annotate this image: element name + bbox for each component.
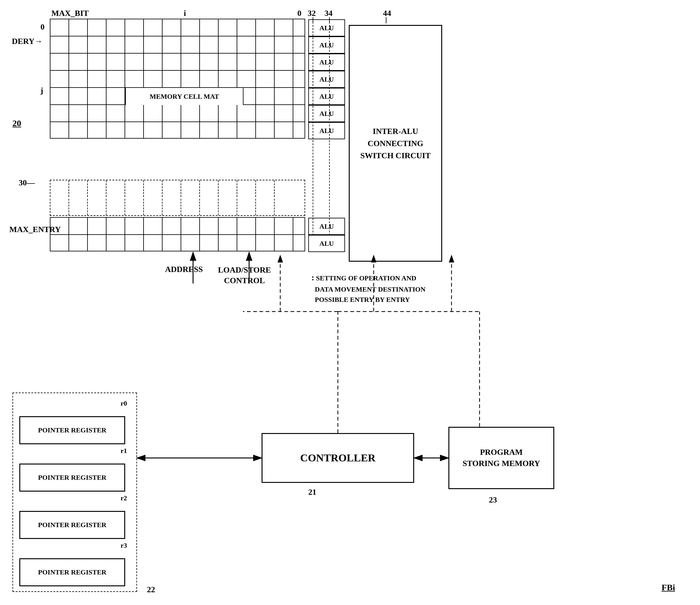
col34-label: 34 [324, 9, 332, 18]
cell [256, 88, 275, 104]
dashed-cell [275, 199, 293, 215]
cell [50, 37, 69, 53]
dashed-cell [144, 199, 162, 215]
program-label: PROGRAMSTORING MEMORY [462, 447, 540, 469]
cell [275, 105, 293, 121]
cell [200, 122, 219, 138]
cell [181, 105, 200, 121]
alu-label-5: ALU [308, 105, 345, 122]
cell [200, 37, 219, 53]
cell [69, 105, 88, 121]
alu-label-mcm: ALU [308, 88, 345, 105]
dery-label: DERY→ [12, 37, 43, 46]
cell [275, 71, 293, 87]
cell [237, 218, 256, 234]
dashed-row-1 [50, 180, 305, 197]
cell [275, 19, 293, 36]
row30-label: 30— [19, 178, 35, 188]
cell [125, 71, 144, 87]
dashed-cell [50, 180, 69, 197]
cell [144, 218, 162, 234]
cell [181, 235, 200, 251]
dashed-cell [162, 199, 181, 215]
max-bit-label: MAX_BIT [51, 9, 89, 18]
pointer-register-label-2: POINTER REGISTER [38, 521, 106, 529]
cell [88, 37, 106, 53]
cell [256, 37, 275, 53]
dashed-cell [181, 199, 200, 215]
cell [219, 122, 237, 138]
program-box: PROGRAMSTORING MEMORY [448, 427, 554, 489]
dashed-cell [88, 199, 106, 215]
cell [181, 19, 200, 36]
cell [69, 54, 88, 70]
alu-label-6: ALU [308, 122, 345, 139]
cell [275, 235, 293, 251]
fbi-ref: FBi [661, 583, 675, 592]
cell [88, 19, 106, 36]
dashed-cell [237, 180, 256, 197]
cell [88, 122, 106, 138]
cell [69, 71, 88, 87]
alu-label-2: ALU [308, 54, 345, 71]
pointer-register-0: POINTER REGISTER [19, 416, 125, 444]
cell [275, 54, 293, 70]
cell [275, 218, 293, 234]
cell [50, 235, 69, 251]
dashed-cell [69, 180, 88, 197]
dashed-cell [106, 180, 125, 197]
cell [200, 19, 219, 36]
pointer-register-label-3: POINTER REGISTER [38, 568, 106, 576]
controller-label: CONTROLLER [300, 452, 376, 464]
cell [256, 218, 275, 234]
dashed-cell [69, 199, 88, 215]
cell [144, 54, 162, 70]
r2-label: r2 [19, 494, 130, 502]
cell [106, 54, 125, 70]
cell [144, 122, 162, 138]
dashed-cell [144, 180, 162, 197]
cell [69, 19, 88, 36]
cell [181, 122, 200, 138]
cell [50, 105, 69, 121]
cell [144, 105, 162, 121]
dashed-cell [200, 199, 219, 215]
pointer-register-3: POINTER REGISTER [19, 558, 125, 586]
alu-label-max-entry: ALU [308, 235, 345, 252]
cell [69, 235, 88, 251]
dashed-area-30 [50, 180, 305, 216]
alu-label-0: ALU [308, 19, 345, 37]
cell [256, 235, 275, 251]
pointer-register-label-1: POINTER REGISTER [38, 474, 106, 482]
dashed-cell [125, 199, 144, 215]
cell [144, 19, 162, 36]
cell [162, 37, 181, 53]
grid-row-7: ALU [50, 217, 305, 234]
cell [237, 54, 256, 70]
cell [162, 54, 181, 70]
cell [162, 235, 181, 251]
cell [106, 71, 125, 87]
grid-row-j: ALU [50, 70, 305, 87]
grid-row-2: ALU [50, 53, 305, 70]
cell [237, 71, 256, 87]
dashed-cell [125, 180, 144, 197]
cell [162, 218, 181, 234]
dashed-cell [219, 199, 237, 215]
pointer-register-2: POINTER REGISTER [19, 511, 125, 539]
ref-20: 20 [12, 118, 21, 128]
row0-label: 0 [41, 22, 45, 32]
cell [50, 88, 69, 104]
setting-note: : SETTING OF OPERATION AND DATA MOVEMENT… [311, 271, 425, 305]
dashed-cell [181, 180, 200, 197]
cell [256, 54, 275, 70]
dashed-cell [88, 180, 106, 197]
cell [275, 37, 293, 53]
grid-row-mcm: MEMORY CELL MAT ALU [50, 87, 305, 104]
cell [162, 71, 181, 87]
cell [50, 19, 69, 36]
pointer-area: r0 POINTER REGISTER r1 POINTER REGISTER … [12, 392, 137, 592]
cell [256, 19, 275, 36]
cell [181, 37, 200, 53]
cell [200, 235, 219, 251]
